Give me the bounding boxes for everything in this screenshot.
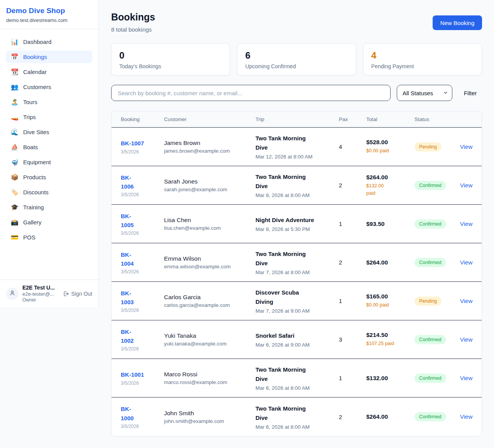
sidebar-item-dashboard[interactable]: 📊 Dashboard [6, 35, 92, 48]
main-content: Bookings 8 total bookings New Booking 0 … [99, 0, 494, 436]
sidebar-item-gallery[interactable]: 📸 Gallery [6, 216, 92, 229]
booking-date: 3/5/2026 [121, 192, 164, 197]
customer-name: Sarah Jones [164, 178, 255, 185]
status-badge: Confirmed [414, 374, 446, 383]
total-amount: $264.00 [366, 174, 414, 181]
dashboard-icon: 📊 [11, 39, 19, 45]
table-row: BK-1001 3/5/2026 Marco Rossi marco.rossi… [112, 359, 482, 397]
sidebar-item-training[interactable]: 🎓 Training [6, 201, 92, 214]
trip-name: Two Tank Morning Dive [255, 365, 339, 384]
customer-name: John Smith [164, 410, 255, 417]
stat-card: 6 Upcoming Confirmed [237, 43, 356, 76]
view-link[interactable]: View [460, 221, 472, 227]
bookings-icon: 📅 [11, 54, 19, 60]
sidebar-item-pos[interactable]: 💳 POS [6, 231, 92, 244]
sidebar-item-tours[interactable]: 🏝️ Tours [6, 96, 92, 108]
booking-id-link[interactable]: BK- 1002 [121, 327, 164, 345]
boats-icon: ⛵ [11, 144, 19, 150]
stat-label: Upcoming Confirmed [245, 63, 348, 69]
booking-id-link[interactable]: BK- 1006 [121, 173, 164, 191]
table-header-row: BookingCustomerTripPaxTotalStatus [112, 111, 482, 128]
booking-date: 3/5/2026 [121, 346, 164, 352]
status-badge: Pending [414, 142, 442, 152]
filter-row: All Statuses Filter [111, 85, 482, 101]
sidebar-item-trips[interactable]: 🚤 Trips [6, 111, 92, 123]
booking-id-link[interactable]: BK-1001 [121, 370, 164, 379]
status-select-wrap: All Statuses [397, 85, 452, 101]
trip-time: Mar 7, 2026 at 8:00 AM [255, 269, 339, 275]
trip-time: Mar 12, 2026 at 8:00 AM [255, 154, 339, 160]
user-email: e2e-tester@... [22, 291, 59, 297]
booking-id-link[interactable]: BK- 1003 [121, 289, 164, 307]
booking-id-link[interactable]: BK- 1000 [121, 404, 164, 423]
view-link[interactable]: View [460, 259, 472, 266]
trip-name: Two Tank Morning Dive [255, 134, 339, 152]
trip-name: Two Tank Morning Dive [255, 172, 339, 191]
customer-email: marco.rossi@example.com [164, 379, 255, 385]
pax-value: 1 [339, 298, 366, 304]
new-booking-button[interactable]: New Booking [433, 15, 482, 30]
filter-button[interactable]: Filter [452, 90, 482, 96]
sidebar-item-boats[interactable]: ⛵ Boats [6, 141, 92, 153]
pax-value: 1 [339, 375, 366, 381]
trip-name: Two Tank Morning Dive [255, 249, 339, 268]
sidebar-item-discounts[interactable]: 🏷️ Discounts [6, 186, 92, 199]
table-row: BK- 1002 3/5/2026 Yuki Tanaka yuki.tanak… [112, 320, 482, 359]
trip-name: Discover Scuba Diving [255, 288, 339, 307]
column-header-customer: Customer [164, 116, 255, 122]
table-row: BK- 1005 3/5/2026 Lisa Chen lisa.chen@ex… [112, 205, 482, 243]
view-link[interactable]: View [460, 413, 472, 420]
booking-date: 3/5/2026 [121, 231, 164, 236]
brand-block[interactable]: Demo Dive Shop demo.test.divestreams.com [0, 0, 98, 29]
trip-time: Mar 6, 2026 at 9:00 AM [255, 342, 339, 348]
view-link[interactable]: View [460, 375, 472, 381]
tours-icon: 🏝️ [11, 99, 19, 105]
brand-name: Demo Dive Shop [6, 7, 92, 15]
customers-icon: 👥 [11, 84, 19, 90]
view-link[interactable]: View [460, 298, 472, 304]
sign-out-button[interactable]: Sign Out [63, 291, 92, 297]
sidebar-item-equipment[interactable]: 🤿 Equipment [6, 156, 92, 168]
pax-value: 4 [339, 143, 366, 150]
stats-row: 0 Today's Bookings 6 Upcoming Confirmed … [111, 43, 482, 76]
sign-out-label: Sign Out [71, 291, 92, 297]
user-icon [9, 290, 16, 298]
status-select[interactable]: All Statuses [397, 85, 452, 101]
bookings-table-body: BK-1007 3/5/2026 James Brown james.brown… [112, 128, 482, 436]
pax-value: 3 [339, 336, 366, 343]
pax-value: 2 [339, 259, 366, 266]
brand-domain: demo.test.divestreams.com [6, 17, 92, 23]
sidebar-item-calendar[interactable]: 📆 Calendar [6, 66, 92, 78]
sidebar-item-dive-sites[interactable]: 🌊 Dive Sites [6, 126, 92, 138]
sidebar-item-bookings[interactable]: 📅 Bookings [6, 51, 92, 63]
trips-icon: 🚤 [11, 114, 19, 120]
pax-value: 2 [339, 182, 366, 189]
sidebar-item-customers[interactable]: 👥 Customers [6, 81, 92, 93]
trip-name: Two Tank Morning Dive [255, 404, 339, 423]
total-amount: $132.00 [366, 375, 414, 382]
booking-id-link[interactable]: BK-1007 [121, 139, 164, 148]
pax-value: 2 [339, 414, 366, 420]
sidebar-item-products[interactable]: 📦 Products [6, 171, 92, 184]
paid-amount: $107.25 paid [366, 340, 414, 347]
customer-name: Emma Wilson [164, 255, 255, 262]
booking-id-link[interactable]: BK- 1005 [121, 212, 164, 230]
avatar [6, 288, 19, 300]
booking-id-link[interactable]: BK- 1004 [121, 250, 164, 268]
view-link[interactable]: View [460, 182, 472, 189]
trip-name: Snorkel Safari [255, 331, 339, 340]
pax-value: 1 [339, 221, 366, 227]
sidebar: Demo Dive Shop demo.test.divestreams.com… [0, 0, 99, 307]
view-link[interactable]: View [460, 143, 472, 150]
customer-email: yuki.tanaka@example.com [164, 341, 255, 347]
view-link[interactable]: View [460, 336, 472, 343]
booking-date: 3/5/2026 [121, 308, 164, 313]
page-title: Bookings [111, 12, 155, 23]
stat-value: 6 [245, 50, 348, 61]
customer-email: james.brown@example.com [164, 148, 255, 154]
user-name: E2E Test U... [22, 285, 59, 291]
total-amount: $165.00 [366, 293, 414, 300]
search-input[interactable] [111, 85, 391, 101]
trip-time: Mar 8, 2026 at 5:30 PM [255, 226, 339, 232]
equipment-icon: 🤿 [11, 159, 19, 165]
